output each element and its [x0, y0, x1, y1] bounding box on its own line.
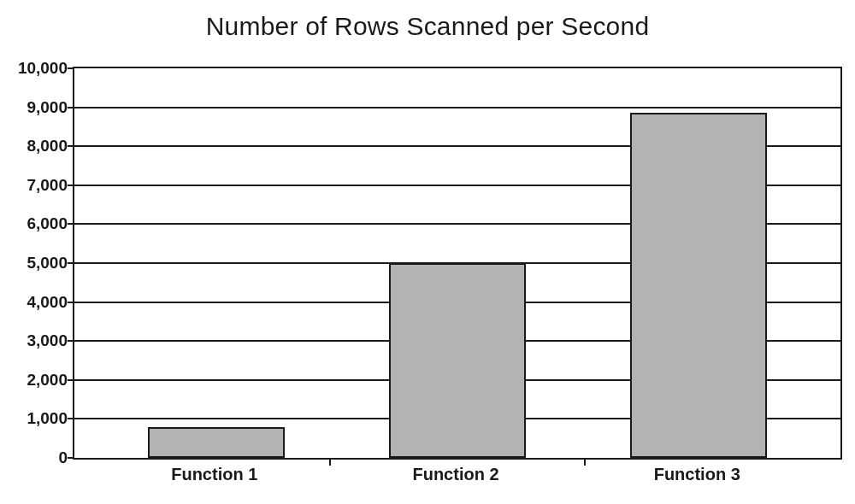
y-tick-label: 2,000	[27, 371, 68, 390]
y-tickmark	[68, 457, 74, 459]
y-tick-label: 8,000	[27, 137, 68, 155]
bar-function-2	[389, 263, 526, 458]
y-tickmark	[68, 340, 74, 342]
y-tick-label: 7,000	[27, 176, 68, 195]
y-tick-label: 9,000	[27, 98, 68, 117]
x-label: Function 1	[171, 465, 257, 484]
plot-area	[73, 67, 842, 460]
y-tick-label: 4,000	[27, 293, 68, 312]
gridline	[74, 107, 840, 108]
y-tick-label: 1,000	[27, 409, 68, 428]
x-axis-labels: Function 1Function 2Function 3	[73, 465, 842, 490]
y-tickmark	[68, 302, 74, 303]
y-tickmark	[68, 418, 74, 419]
y-tick-label: 10,000	[18, 59, 68, 78]
y-tickmark	[68, 185, 74, 186]
x-label: Function 3	[654, 465, 740, 484]
y-tick-label: 3,000	[27, 331, 68, 350]
y-tick-label: 0	[58, 448, 68, 467]
x-label: Function 2	[412, 465, 498, 484]
bar-function-1	[148, 427, 285, 458]
y-tickmark	[68, 67, 74, 69]
y-tickmark	[68, 223, 74, 225]
y-axis: 01,0002,0003,0004,0005,0006,0007,0008,00…	[0, 67, 73, 460]
y-tickmark	[68, 262, 74, 264]
y-tickmark	[68, 107, 74, 108]
y-tick-label: 6,000	[27, 214, 68, 233]
y-tick-label: 5,000	[27, 254, 68, 273]
chart-title: Number of Rows Scanned per Second	[0, 0, 855, 41]
chart-container: 01,0002,0003,0004,0005,0006,0007,0008,00…	[0, 41, 855, 494]
y-tickmark	[68, 145, 74, 147]
y-tickmark	[68, 379, 74, 381]
bar-function-3	[630, 113, 767, 458]
